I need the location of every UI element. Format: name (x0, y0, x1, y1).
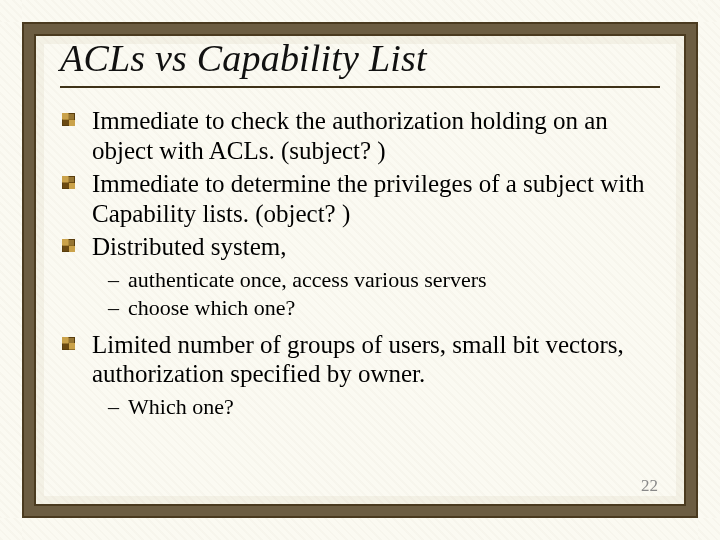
slide-title: ACLs vs Capability List (60, 36, 660, 80)
bullet-item: Limited number of groups of users, small… (86, 330, 660, 421)
sub-bullet-item: choose which one? (114, 294, 660, 322)
sub-bullet-item: Which one? (114, 393, 660, 421)
slide: ACLs vs Capability List Immediate to che… (0, 0, 720, 540)
page-number: 22 (641, 476, 658, 496)
bullet-item: Immediate to determine the privileges of… (86, 169, 660, 228)
bullet-text: Distributed system, (92, 233, 286, 260)
bullet-text: Limited number of groups of users, small… (92, 331, 624, 388)
sub-bullet-item: authenticate once, access various server… (114, 266, 660, 294)
sub-bullet-list: authenticate once, access various server… (92, 266, 660, 322)
bullet-item: Distributed system, authenticate once, a… (86, 232, 660, 322)
sub-bullet-list: Which one? (92, 393, 660, 421)
title-underline (60, 86, 660, 88)
bullet-list: Immediate to check the authorization hol… (60, 106, 660, 421)
bullet-item: Immediate to check the authorization hol… (86, 106, 660, 165)
